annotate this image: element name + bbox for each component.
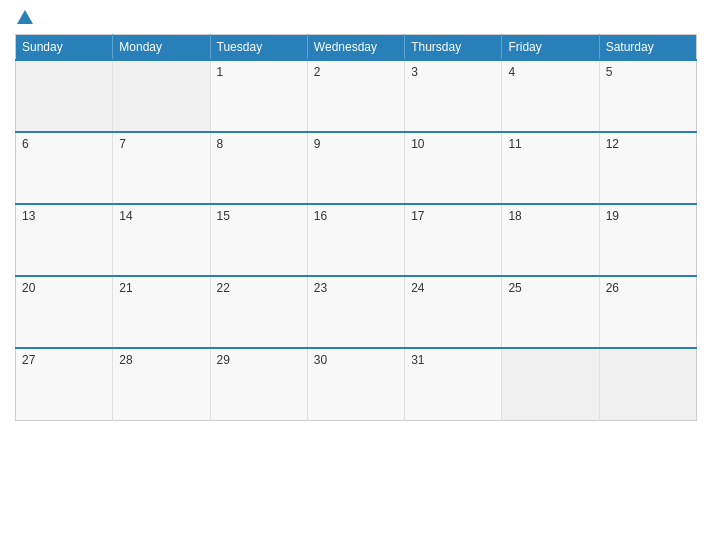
calendar-cell: 15 bbox=[210, 204, 307, 276]
calendar-cell: 26 bbox=[599, 276, 696, 348]
calendar-cell bbox=[16, 60, 113, 132]
calendar-cell: 31 bbox=[405, 348, 502, 420]
day-number: 25 bbox=[508, 281, 521, 295]
calendar-cell bbox=[502, 348, 599, 420]
day-number: 3 bbox=[411, 65, 418, 79]
calendar-cell: 22 bbox=[210, 276, 307, 348]
weekday-header-row: SundayMondayTuesdayWednesdayThursdayFrid… bbox=[16, 35, 697, 61]
calendar-cell: 3 bbox=[405, 60, 502, 132]
calendar-cell: 9 bbox=[307, 132, 404, 204]
day-number: 29 bbox=[217, 353, 230, 367]
week-row-1: 12345 bbox=[16, 60, 697, 132]
day-number: 1 bbox=[217, 65, 224, 79]
week-row-4: 20212223242526 bbox=[16, 276, 697, 348]
weekday-header-saturday: Saturday bbox=[599, 35, 696, 61]
day-number: 17 bbox=[411, 209, 424, 223]
header bbox=[15, 10, 697, 26]
calendar-cell: 19 bbox=[599, 204, 696, 276]
logo-triangle-icon bbox=[17, 10, 33, 24]
day-number: 24 bbox=[411, 281, 424, 295]
day-number: 28 bbox=[119, 353, 132, 367]
day-number: 9 bbox=[314, 137, 321, 151]
calendar-cell: 13 bbox=[16, 204, 113, 276]
calendar-cell bbox=[113, 60, 210, 132]
week-row-5: 2728293031 bbox=[16, 348, 697, 420]
calendar-cell: 14 bbox=[113, 204, 210, 276]
day-number: 5 bbox=[606, 65, 613, 79]
weekday-header-sunday: Sunday bbox=[16, 35, 113, 61]
calendar-cell: 8 bbox=[210, 132, 307, 204]
calendar-cell bbox=[599, 348, 696, 420]
calendar-cell: 25 bbox=[502, 276, 599, 348]
day-number: 7 bbox=[119, 137, 126, 151]
day-number: 15 bbox=[217, 209, 230, 223]
calendar-cell: 23 bbox=[307, 276, 404, 348]
calendar-cell: 7 bbox=[113, 132, 210, 204]
calendar-cell: 30 bbox=[307, 348, 404, 420]
day-number: 12 bbox=[606, 137, 619, 151]
calendar-cell: 28 bbox=[113, 348, 210, 420]
day-number: 2 bbox=[314, 65, 321, 79]
calendar-cell: 1 bbox=[210, 60, 307, 132]
calendar-cell: 6 bbox=[16, 132, 113, 204]
day-number: 21 bbox=[119, 281, 132, 295]
calendar-cell: 24 bbox=[405, 276, 502, 348]
day-number: 26 bbox=[606, 281, 619, 295]
calendar-cell: 2 bbox=[307, 60, 404, 132]
day-number: 6 bbox=[22, 137, 29, 151]
day-number: 30 bbox=[314, 353, 327, 367]
calendar-cell: 18 bbox=[502, 204, 599, 276]
calendar-cell: 16 bbox=[307, 204, 404, 276]
day-number: 18 bbox=[508, 209, 521, 223]
calendar-cell: 5 bbox=[599, 60, 696, 132]
logo bbox=[15, 10, 33, 26]
calendar-cell: 12 bbox=[599, 132, 696, 204]
day-number: 13 bbox=[22, 209, 35, 223]
calendar-page: SundayMondayTuesdayWednesdayThursdayFrid… bbox=[0, 0, 712, 550]
day-number: 22 bbox=[217, 281, 230, 295]
calendar-cell: 27 bbox=[16, 348, 113, 420]
day-number: 27 bbox=[22, 353, 35, 367]
day-number: 10 bbox=[411, 137, 424, 151]
day-number: 8 bbox=[217, 137, 224, 151]
weekday-header-thursday: Thursday bbox=[405, 35, 502, 61]
week-row-3: 13141516171819 bbox=[16, 204, 697, 276]
weekday-header-tuesday: Tuesday bbox=[210, 35, 307, 61]
weekday-header-monday: Monday bbox=[113, 35, 210, 61]
day-number: 19 bbox=[606, 209, 619, 223]
day-number: 31 bbox=[411, 353, 424, 367]
day-number: 11 bbox=[508, 137, 521, 151]
calendar-cell: 11 bbox=[502, 132, 599, 204]
week-row-2: 6789101112 bbox=[16, 132, 697, 204]
calendar-cell: 21 bbox=[113, 276, 210, 348]
weekday-header-wednesday: Wednesday bbox=[307, 35, 404, 61]
calendar-cell: 29 bbox=[210, 348, 307, 420]
day-number: 14 bbox=[119, 209, 132, 223]
day-number: 20 bbox=[22, 281, 35, 295]
calendar-cell: 4 bbox=[502, 60, 599, 132]
calendar-table: SundayMondayTuesdayWednesdayThursdayFrid… bbox=[15, 34, 697, 421]
calendar-cell: 20 bbox=[16, 276, 113, 348]
day-number: 4 bbox=[508, 65, 515, 79]
weekday-header-friday: Friday bbox=[502, 35, 599, 61]
calendar-cell: 17 bbox=[405, 204, 502, 276]
day-number: 16 bbox=[314, 209, 327, 223]
calendar-cell: 10 bbox=[405, 132, 502, 204]
day-number: 23 bbox=[314, 281, 327, 295]
